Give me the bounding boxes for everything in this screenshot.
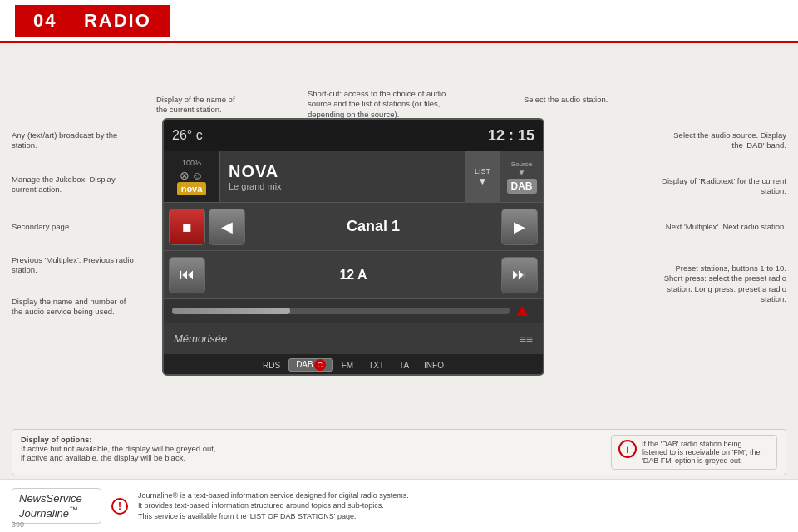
time-display: 12 : 15 [488, 127, 534, 145]
station-row: 100% ⊗ ☺ nova NOVA Le grand mix LIST ▼ S… [164, 151, 543, 203]
radio-top-bar: 26° c 12 : 15 [164, 120, 543, 151]
channel-row: ◼ ◀ Canal 1 ▶ [164, 203, 543, 251]
journaline-description: Journaline® is a text-based information … [138, 490, 409, 522]
tab-rds[interactable]: RDS [256, 361, 287, 370]
info-icon: i [618, 440, 637, 458]
annotation-right-1: Select the audio source. Display the 'DA… [662, 131, 786, 151]
source-dab-box[interactable]: Source ▼ DAB [500, 151, 543, 202]
main-content: 26° c 12 : 15 100% ⊗ ☺ nova NOVA Le gran… [0, 43, 798, 532]
annotation-left-4: Previous 'Multiplex'. Previous radio sta… [12, 255, 136, 276]
journaline-label: Journaline™ [19, 505, 94, 520]
source-label: Source [511, 160, 532, 168]
annotation-top-3: Select the audio station. [524, 95, 608, 105]
annotation-left-5: Display the name and number of the audio… [12, 297, 136, 318]
station-info: NOVA Le grand mix [220, 151, 465, 202]
annotation-top-1: Display of the name of the current stati… [156, 95, 248, 116]
news-service-label: NewsService [19, 492, 94, 505]
progress-bar [172, 308, 510, 314]
progress-fill [172, 308, 290, 314]
progress-row [164, 299, 543, 323]
tab-ta[interactable]: TA [392, 361, 416, 370]
station-logo-area: 100% ⊗ ☺ nova [164, 151, 220, 202]
annotation-right-4: Preset stations, buttons 1 to 10. Short … [662, 264, 786, 304]
annotation-left-2: Manage the Jukebox. Display current acti… [12, 175, 136, 195]
channel-display: Canal 1 [245, 218, 501, 235]
bottom-info-text: Display of options: If active but not av… [21, 435, 215, 462]
frequency-row: ⏮ 12 A ⏭ [164, 251, 543, 299]
station-name: NOVA [229, 162, 456, 181]
progress-marker [516, 306, 528, 316]
list-button[interactable]: LIST ▼ [465, 151, 500, 202]
prev-button[interactable]: ◀ [209, 209, 245, 245]
mem-label: Mémorisée [174, 332, 227, 345]
station-logo: nova [177, 182, 207, 195]
journaline-strip: NewsService Journaline™ ! Journaline® is… [0, 479, 798, 532]
chapter-tab: 04 RADIO [15, 5, 170, 37]
annotation-right-2: Display of 'Radiotext' for the current s… [662, 176, 786, 197]
header: 04 RADIO [0, 0, 798, 43]
bottom-info-box: Display of options: If active but not av… [12, 429, 786, 475]
annotation-top-2: Short-cut: access to the choice of audio… [308, 89, 457, 120]
tab-dab[interactable]: DABC [288, 358, 333, 372]
radio-panel: 26° c 12 : 15 100% ⊗ ☺ nova NOVA Le gran… [162, 118, 544, 376]
annotation-right-3: Next 'Multiplex'. Next radio station. [666, 222, 786, 232]
signal-percent: 100% [182, 159, 201, 167]
annotation-left-3: Secondary page. [12, 222, 71, 232]
prev-station-button[interactable]: ⏮ [169, 257, 205, 293]
tab-fm[interactable]: FM [335, 361, 360, 370]
dab-badge: DAB [507, 179, 537, 194]
secondary-page-button[interactable]: ◼ [169, 209, 205, 245]
radio-tabs: RDS DABC FM TXT TA INFO [164, 354, 543, 376]
next-station-button[interactable]: ⏭ [501, 257, 538, 293]
dab-note-box: i If the 'DAB' radio station being liste… [611, 435, 777, 470]
tab-txt[interactable]: TXT [362, 361, 391, 370]
temperature-display: 26° c [172, 128, 203, 143]
journaline-logo-box: NewsService Journaline™ [12, 488, 101, 524]
next-button[interactable]: ▶ [501, 209, 538, 245]
warning-icon: ! [111, 498, 128, 515]
frequency-display: 12 A [205, 268, 501, 283]
page-number: 390 [12, 520, 24, 529]
chapter-number: 04 [33, 10, 57, 31]
station-sub: Le grand mix [229, 181, 456, 191]
memorize-row: Mémorisée ≡≡ [164, 323, 543, 354]
tab-info[interactable]: INFO [417, 361, 451, 370]
chapter-title: RADIO [84, 10, 151, 31]
mem-icon: ≡≡ [520, 332, 533, 346]
annotation-left-1: Any (text/art) broadcast by the station. [12, 131, 136, 151]
